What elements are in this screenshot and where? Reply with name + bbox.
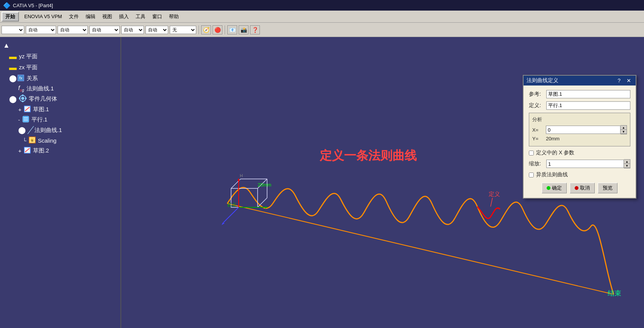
x-spin-down[interactable]: ▼ [621,130,627,134]
svg-text:20mm: 20mm [258,182,271,188]
svg-rect-4 [22,95,23,96]
ref-input[interactable] [546,90,630,98]
analysis-title: 分析 [532,116,627,123]
svg-line-36 [491,198,492,207]
svg-text:起点: 起点 [227,202,236,207]
tree-item-law-curve-1[interactable]: fog 法则曲线.1 [0,84,120,93]
svg-text:S: S [31,139,33,142]
preview-label: 预览 [603,185,613,191]
def-row: 定义: [529,101,630,110]
ref-row: 参考: [529,90,630,98]
menu-edit[interactable]: 编辑 [83,12,98,21]
tree-item-relations[interactable]: ⬤ fx 关系 [0,73,120,84]
l-connector: └ [23,138,27,144]
toolbar-select-6[interactable]: 自动 [145,26,168,34]
scale-spin-up[interactable]: ▲ [624,160,630,164]
bullet-icon-2: ⬤ [9,95,17,103]
tree-item-yz-plane[interactable]: ▬ yz 平面 [0,51,120,62]
svg-line-30 [224,207,239,222]
sep1 [199,25,199,34]
menu-insert[interactable]: 插入 [116,12,132,21]
tree-item-sketch1[interactable]: + 草图.1 [0,104,120,115]
x-param-row: 定义中的 X 参数 [529,149,630,156]
dialog-titlebar: 法则曲线定义 ? ✕ [524,76,636,85]
plane-icon: ▬ [9,52,17,61]
svg-rect-6 [19,98,20,99]
toolbar-btn-3[interactable]: 📧 [227,25,237,34]
toolbar-select-1[interactable] [2,26,24,34]
hetero-checkbox[interactable] [529,173,534,177]
tree-item-zx-plane[interactable]: ▬ zx 平面 [0,62,120,73]
svg-marker-29 [238,178,240,181]
x-spin-up[interactable]: ▲ [621,126,627,130]
plus-icon-2: + [18,148,22,154]
toolbar-btn-2[interactable]: 🔴 [213,25,222,34]
collapse-icon[interactable]: ▲ [3,42,10,49]
menu-view[interactable]: 视图 [99,12,115,21]
tree-label-parallel1: 平行.1 [31,116,48,123]
y-row: Y= 20mm [532,136,627,141]
dialog-title-text: 法则曲线定义 [527,77,613,84]
toolbar-select-2[interactable]: 自动 [26,26,56,34]
x-param-label: 定义中的 X 参数 [536,149,574,156]
menu-start[interactable]: 开始 [2,12,19,22]
settings-icon: fx [17,75,24,82]
dialog-close-btn[interactable]: ✕ [625,78,633,84]
slash-icon: ╱ [28,126,32,134]
cancel-button[interactable]: 取消 [570,183,595,193]
scale-input[interactable] [546,160,624,168]
law-icon-1: fog [18,85,24,92]
viewport[interactable]: 20mm 起点 H 定义 定义一条法则曲线 结束 法则曲线定义 ? ✕ [121,37,644,328]
toolbar-select-7[interactable]: 无 [170,26,196,34]
app-icon: 🔷 [3,2,11,9]
tree-item-law-curve-2[interactable]: ⬤ ╱ 法则曲线.1 [0,125,120,135]
toolbar-select-3[interactable]: 自动 [58,26,88,34]
scale-spin-down[interactable]: ▼ [624,164,630,168]
toolbar: 自动 自动 自动 自动 自动 无 🧭 🔴 📧 📸 ❓ [0,23,644,37]
menu-help[interactable]: 帮助 [166,12,182,21]
tree-label-law1: 法则曲线.1 [27,85,54,92]
y-label: Y= [532,136,544,141]
gear-icon-2 [19,95,27,103]
tree-label-sketch1: 草图.1 [33,106,49,113]
main-area: ▲ ▬ yz 平面 ▬ zx 平面 ⬤ fx 关系 fog 法则曲线.1 ⬤ [0,37,644,328]
tree-item-scaling[interactable]: └ S Scaling [0,135,120,146]
preview-button[interactable]: 预览 [598,183,617,193]
y-value: 20mm [546,136,627,141]
menu-tools[interactable]: 工具 [133,12,148,21]
toolbar-btn-4[interactable]: 📸 [239,25,249,34]
x-spinbox: ▲ ▼ [546,125,627,134]
def-input[interactable] [546,101,630,110]
toolbar-select-4[interactable]: 自动 [89,26,120,34]
cancel-dot [575,186,578,190]
plane-icon-zx: ▬ [9,63,17,72]
toolbar-btn-5[interactable]: ❓ [250,25,260,34]
tree-label-yz: yz 平面 [19,53,38,60]
tree-item-parallel1[interactable]: - 平行.1 [0,115,120,125]
tree-label-scaling: Scaling [38,137,56,144]
title-text: CATIA V5 - [Part4] [13,3,53,8]
sidebar: ▲ ▬ yz 平面 ▬ zx 平面 ⬤ fx 关系 fog 法则曲线.1 ⬤ [0,37,121,328]
menu-file[interactable]: 文件 [66,12,82,21]
ok-dot [547,186,550,190]
x-input[interactable] [546,126,621,134]
tree-item-sketch2[interactable]: + 草图.2 [0,146,120,156]
svg-rect-5 [22,101,23,102]
x-row: X= ▲ ▼ [532,125,627,134]
toolbar-btn-1[interactable]: 🧭 [201,25,211,34]
menu-enovia[interactable]: ENOVIA V5 VPM [21,12,65,20]
tree-label-sketch2: 草图.2 [33,147,49,154]
menu-window[interactable]: 窗口 [149,12,165,21]
scale-spinbox: ▲ ▼ [546,159,630,168]
toolbar-select-5[interactable]: 自动 [121,26,144,34]
bullet-icon-4: ⬤ [18,126,26,134]
svg-text:H: H [240,173,243,178]
ok-button[interactable]: 确定 [542,183,567,193]
x-param-checkbox[interactable] [529,151,534,155]
sep2 [225,25,225,34]
dialog-help-btn[interactable]: ? [616,78,622,84]
tree-item-part-geom[interactable]: ⬤ 零件几何体 [0,93,120,104]
svg-text:fx: fx [19,76,23,80]
parallel-icon [22,116,29,124]
dialog-actions: 确定 取消 预览 [529,181,630,193]
